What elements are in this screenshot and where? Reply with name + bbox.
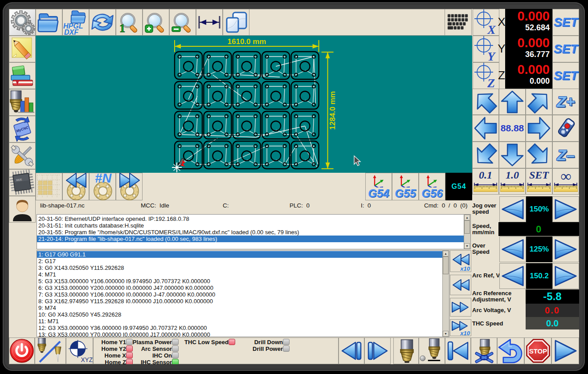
- svg-text:X: X: [487, 23, 496, 35]
- svg-text:1: 1: [119, 22, 125, 34]
- svg-text:DXF: DXF: [64, 28, 79, 35]
- svg-text:1610.0 mm: 1610.0 mm: [228, 37, 266, 46]
- svg-text:Y: Y: [487, 49, 496, 62]
- svg-text:1284.0 mm: 1284.0 mm: [328, 91, 337, 130]
- svg-text:STOP: STOP: [529, 347, 547, 355]
- svg-text:Z: Z: [487, 76, 495, 89]
